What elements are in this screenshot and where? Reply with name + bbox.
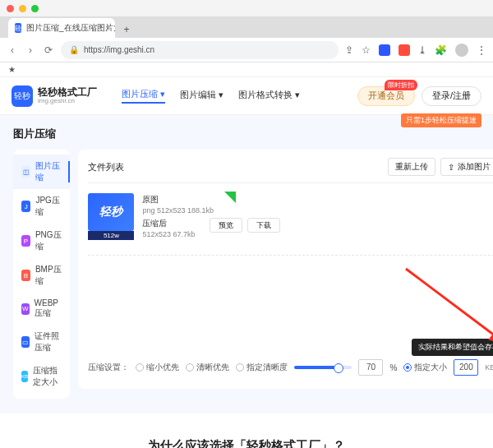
chevron-down-icon: ▾ <box>295 90 300 100</box>
sidebar-item-label: PNG压缩 <box>35 229 62 252</box>
lock-icon: 🔒 <box>69 45 79 54</box>
thumb-image: 轻秒 <box>88 193 134 231</box>
promo-float-tag: 只需1步轻松压缩提速 <box>401 113 481 127</box>
new-tab-button[interactable]: + <box>118 21 135 38</box>
login-label: 登录/注册 <box>432 90 471 102</box>
main-panel: 文件列表 重新上传 ⇪添加图片 ⤓全部下载 轻秒 512w 原图 png 512… <box>78 150 493 389</box>
panel-header: 文件列表 重新上传 ⇪添加图片 ⤓全部下载 <box>88 158 493 183</box>
nav-label: 图片编辑 <box>180 89 216 101</box>
radio-shrink-priority[interactable]: 缩小优先 <box>136 362 179 373</box>
sidebar-item-label: 证件照压缩 <box>35 330 62 353</box>
sidebar-item-bmp[interactable]: B BMP压缩 <box>13 258 70 293</box>
size-input[interactable]: 200 <box>454 359 478 376</box>
browser-tab-strip: 轻 图片压缩_在线压缩图片大小_轻 × + <box>0 16 493 38</box>
after-label: 压缩后 <box>142 217 214 229</box>
forward-icon[interactable]: › <box>25 44 36 56</box>
clarity-slider[interactable] <box>294 366 352 369</box>
upload-icon: ⇪ <box>448 163 454 172</box>
page-content: 轻秒 轻秒格式工厂 img.geshi.cn 图片压缩 ▾ 图片编辑 ▾ 图片格… <box>0 77 493 448</box>
why-section: 为什么应该选择「轻秒格式工厂」？ ✓ 安全可靠 + 批量处理 ⚡ 快速高效 ☁ … <box>0 413 493 448</box>
profile-avatar[interactable] <box>455 44 468 57</box>
clarity-input[interactable]: 70 <box>358 359 383 376</box>
nav-format-convert[interactable]: 图片格式转换 ▾ <box>238 88 300 104</box>
browser-tab-active[interactable]: 轻 图片压缩_在线压缩图片大小_轻 × <box>8 18 115 38</box>
reload-icon[interactable]: ⟳ <box>43 44 54 56</box>
login-button[interactable]: 登录/注册 <box>422 86 481 106</box>
sidebar-item-jpg[interactable]: J JPG压缩 <box>13 189 70 224</box>
radio-set-clarity[interactable]: 指定清晰度 <box>236 362 288 373</box>
bookmarks-icon[interactable]: ★ <box>8 65 16 74</box>
kb-icon: KB <box>21 371 28 382</box>
reupload-button[interactable]: 重新上传 <box>388 158 435 176</box>
png-icon: P <box>21 235 30 247</box>
menu-icon[interactable]: ⋮ <box>477 44 486 56</box>
sidebar-item-label: BMP压缩 <box>35 264 62 287</box>
sidebar-item-image-compress[interactable]: ◫ 图片压缩 <box>13 155 70 189</box>
share-icon[interactable]: ⇪ <box>345 44 353 56</box>
nav-label: 图片格式转换 <box>238 89 293 101</box>
file-item: 轻秒 512w 原图 png 512x523 188.1kb 压缩后 512x5… <box>88 183 493 256</box>
nav-image-compress[interactable]: 图片压缩 ▾ <box>122 88 165 104</box>
header-actions: 开通会员 限时折扣 登录/注册 <box>357 86 481 106</box>
download-button[interactable]: 下载 <box>247 218 280 233</box>
size-unit: KB <box>485 363 493 372</box>
zoom-window[interactable] <box>31 5 39 12</box>
sidebar-item-label: 图片压缩 <box>35 160 62 183</box>
browser-toolbar: ‹ › ⟳ 🔒 https://img.geshi.cn ⇪ ☆ ⤓ 🧩 ⋮ <box>0 38 493 62</box>
bookmark-bar: ★ <box>0 62 493 77</box>
why-title: 为什么应该选择「轻秒格式工厂」？ <box>0 438 493 448</box>
star-icon[interactable]: ☆ <box>362 44 371 56</box>
sidebar-item-target-size[interactable]: KB 压缩指定大小 <box>13 359 70 394</box>
preview-button[interactable]: 预览 <box>210 218 242 233</box>
sidebar-item-label: 压缩指定大小 <box>33 365 62 388</box>
idphoto-icon: ▭ <box>21 336 30 348</box>
download-icon[interactable]: ⤓ <box>418 44 426 56</box>
mac-window-controls <box>0 0 493 16</box>
logo-icon: 轻秒 <box>12 85 33 107</box>
orig-label: 原图 <box>142 193 214 206</box>
sidebar-item-webp[interactable]: W WEBP压缩 <box>13 293 70 325</box>
close-window[interactable] <box>7 5 14 12</box>
site-logo[interactable]: 轻秒 轻秒格式工厂 img.geshi.cn <box>12 85 97 107</box>
file-thumbnail[interactable]: 轻秒 512w <box>88 193 134 240</box>
jpg-icon: J <box>21 201 30 212</box>
logo-title: 轻秒格式工厂 <box>38 87 97 98</box>
orig-info: png 512x523 188.1kb <box>142 206 214 217</box>
extensions-icon[interactable]: 🧩 <box>435 44 447 56</box>
success-corner-badge <box>224 192 236 203</box>
panel-title: 文件列表 <box>88 161 124 173</box>
webp-icon: W <box>21 303 30 315</box>
vip-button[interactable]: 开通会员 限时折扣 <box>357 86 415 106</box>
add-image-button[interactable]: ⇪添加图片 <box>440 158 493 176</box>
sidebar-item-idphoto[interactable]: ▭ 证件照压缩 <box>13 325 70 359</box>
sidebar-item-label: WEBP压缩 <box>35 298 62 319</box>
sidebar-item-label: JPG压缩 <box>35 195 62 218</box>
address-bar[interactable]: 🔒 https://img.geshi.cn <box>61 41 339 59</box>
favicon-icon: 轻 <box>15 23 21 33</box>
url-text: https://img.geshi.cn <box>84 45 154 54</box>
image-compress-icon: ◫ <box>21 166 30 178</box>
after-info: 512x523 67.7kb <box>142 229 214 241</box>
extension-icon-1[interactable] <box>379 44 390 56</box>
minimize-window[interactable] <box>19 5 26 12</box>
radio-clear-priority[interactable]: 清晰优先 <box>186 362 229 373</box>
tab-title: 图片压缩_在线压缩图片大小_轻 <box>26 22 115 34</box>
chevron-down-icon: ▾ <box>219 90 223 100</box>
hero-section: 图片压缩 ◫ 图片压缩 J JPG压缩 P PNG压缩 B BMP压缩 <box>0 115 493 413</box>
settings-label: 压缩设置： <box>88 362 129 373</box>
nav-label: 图片压缩 <box>122 88 158 100</box>
site-header: 轻秒 轻秒格式工厂 img.geshi.cn 图片压缩 ▾ 图片编辑 ▾ 图片格… <box>0 77 493 115</box>
toolbar-right: ⇪ ☆ ⤓ 🧩 ⋮ <box>345 44 486 57</box>
sidebar-item-png[interactable]: P PNG压缩 <box>13 224 70 258</box>
radio-set-size[interactable]: 指定大小 <box>403 362 447 373</box>
chevron-down-icon: ▾ <box>160 89 165 99</box>
thumb-badge: 512w <box>88 231 134 240</box>
tab-close-icon[interactable]: × <box>105 24 110 33</box>
sidebar: ◫ 图片压缩 J JPG压缩 P PNG压缩 B BMP压缩 W WEBP压 <box>13 150 70 399</box>
back-icon[interactable]: ‹ <box>7 44 18 56</box>
extension-icon-2[interactable] <box>399 44 410 56</box>
logo-subtitle: img.geshi.cn <box>38 98 97 105</box>
bmp-icon: B <box>21 270 30 281</box>
file-meta: 原图 png 512x523 188.1kb 压缩后 512x523 67.7k… <box>142 193 214 240</box>
nav-image-edit[interactable]: 图片编辑 ▾ <box>180 88 223 104</box>
